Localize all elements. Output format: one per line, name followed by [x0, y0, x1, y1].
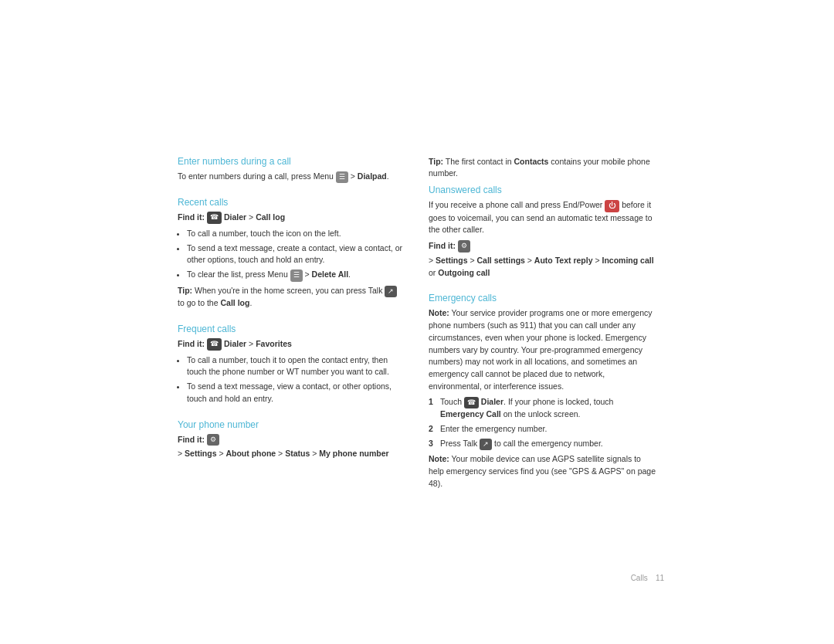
phone-icon-frequent: ☎: [207, 338, 222, 351]
section-unanswered: Tip: The first contact in Contacts conta…: [429, 156, 656, 280]
section-your-phone: Your phone number Find it: ⚙ > Settings …: [178, 419, 405, 461]
find-it-text-phone: > Settings > About phone > Status > My p…: [178, 448, 389, 460]
step-text-3: Press Talk ↗ to call the emergency numbe…: [440, 438, 603, 451]
section-title-recent-calls: Recent calls: [178, 197, 405, 208]
section-body-enter-numbers: To enter numbers during a call, press Me…: [178, 171, 405, 184]
dialpad-bold: Dialpad: [358, 171, 387, 181]
section-title-your-phone: Your phone number: [178, 419, 405, 430]
step-num-2: 2: [429, 423, 436, 436]
menu-icon: ☰: [336, 171, 348, 184]
page: Enter numbers during a call To enter num…: [0, 0, 834, 644]
settings-icon-phone: ⚙: [207, 434, 219, 446]
find-it-recent: Find it: ☎ Dialer > Call log: [178, 212, 405, 224]
end-power-icon: ⏻: [605, 200, 619, 212]
talk-icon-2: ↗: [480, 439, 492, 451]
section-recent-calls: Recent calls Find it: ☎ Dialer > Call lo…: [178, 197, 405, 310]
find-it-label-frequent: Find it:: [178, 338, 205, 351]
phone-icon-recent: ☎: [207, 212, 222, 224]
find-it-text-frequent: Dialer > Favorites: [224, 338, 292, 351]
section-title-unanswered: Unanswered calls: [429, 185, 656, 195]
find-it-label-phone: Find it:: [178, 434, 205, 446]
find-it-text-unanswered: > Settings > Call settings > Auto Text r…: [429, 255, 656, 280]
freq-bullet-2: To send a text message, view a contact, …: [187, 381, 405, 405]
recent-calls-tip: Tip: When you're in the home screen, you…: [178, 285, 405, 310]
menu-icon-2: ☰: [290, 269, 303, 282]
content-area: Enter numbers during a call To enter num…: [178, 156, 656, 504]
freq-bullet-1: To call a number, touch it to open the c…: [187, 354, 405, 379]
emergency-step-3: 3 Press Talk ↗ to call the emergency num…: [429, 438, 656, 451]
recent-calls-bullets: To call a number, touch the icon on the …: [187, 228, 405, 282]
section-title-frequent-calls: Frequent calls: [178, 324, 405, 334]
emergency-step-2: 2 Enter the emergency number.: [429, 423, 656, 436]
find-it-phone: Find it: ⚙ > Settings > About phone > St…: [178, 434, 405, 461]
emergency-note2: Note: Your mobile device can use AGPS sa…: [429, 453, 656, 490]
frequent-calls-bullets: To call a number, touch it to open the c…: [187, 354, 405, 405]
section-title-emergency: Emergency calls: [429, 293, 656, 303]
find-it-unanswered: Find it: ⚙ > Settings > Call settings > …: [429, 240, 656, 279]
unanswered-body: If you receive a phone call and press En…: [429, 199, 656, 236]
section-frequent-calls: Frequent calls Find it: ☎ Dialer > Favor…: [178, 324, 405, 405]
right-column: Tip: The first contact in Contacts conta…: [429, 156, 656, 504]
bullet-1: To call a number, touch the icon on the …: [187, 228, 405, 240]
section-body-frequent-calls: Find it: ☎ Dialer > Favorites To call a …: [178, 338, 405, 405]
section-body-your-phone: Find it: ⚙ > Settings > About phone > St…: [178, 434, 405, 461]
step-num-1: 1: [429, 396, 436, 421]
section-title-enter-numbers: Enter numbers during a call: [178, 156, 405, 167]
unanswered-tip: Tip: The first contact in Contacts conta…: [429, 156, 656, 181]
bullet-3: To clear the list, press Menu ☰ > Delete…: [187, 269, 405, 282]
enter-numbers-text: To enter numbers during a call, press Me…: [178, 171, 405, 184]
footer-page-number: 11: [656, 574, 664, 582]
page-footer: Calls 11: [631, 574, 664, 582]
step-num-3: 3: [429, 438, 436, 451]
bullet-2: To send a text message, create a contact…: [187, 242, 405, 267]
talk-icon: ↗: [385, 286, 397, 298]
emergency-note1: Note: Your service provider programs one…: [429, 307, 656, 392]
emergency-step-1: 1 Touch ☎ Dialer. If your phone is locke…: [429, 396, 656, 421]
step-text-1: Touch ☎ Dialer. If your phone is locked,…: [440, 396, 656, 421]
section-emergency: Emergency calls Note: Your service provi…: [429, 293, 656, 490]
section-body-unanswered: If you receive a phone call and press En…: [429, 199, 656, 279]
find-it-frequent: Find it: ☎ Dialer > Favorites: [178, 338, 405, 351]
section-body-recent-calls: Find it: ☎ Dialer > Call log To call a n…: [178, 212, 405, 310]
section-body-emergency: Note: Your service provider programs one…: [429, 307, 656, 490]
step-text-2: Enter the emergency number.: [440, 423, 547, 436]
left-column: Enter numbers during a call To enter num…: [178, 156, 405, 504]
dialer-icon-1: ☎: [464, 397, 479, 409]
find-it-text-recent: Dialer > Call log: [224, 212, 285, 224]
settings-icon-unanswered: ⚙: [458, 240, 470, 253]
footer-section-label: Calls: [631, 574, 648, 582]
emergency-steps: 1 Touch ☎ Dialer. If your phone is locke…: [429, 396, 656, 451]
find-it-label-recent: Find it:: [178, 212, 205, 224]
find-it-label-unanswered: Find it:: [429, 240, 456, 253]
section-enter-numbers: Enter numbers during a call To enter num…: [178, 156, 405, 184]
